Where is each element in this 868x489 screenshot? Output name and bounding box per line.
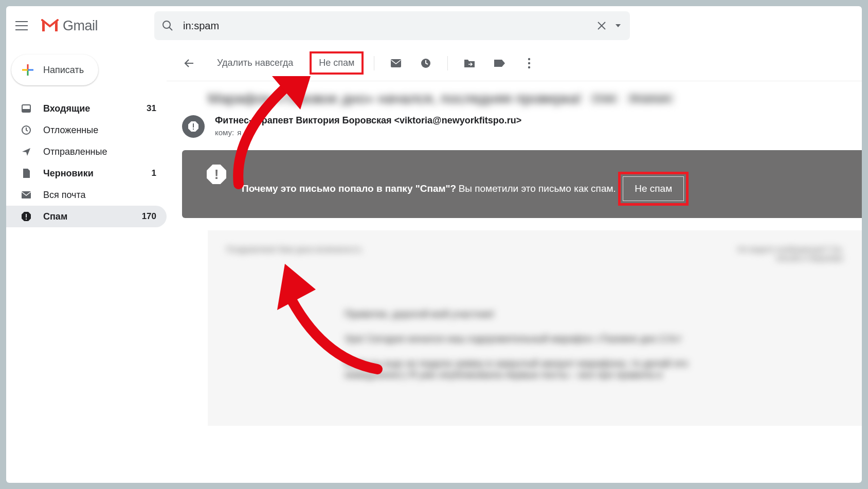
spam-icon — [21, 211, 32, 222]
nav-list: Входящие 31 Отложенные Отправленные Черн… — [6, 98, 167, 227]
sidebar-item-sent[interactable]: Отправленные — [6, 141, 167, 162]
toolbar: Удалить навсегда Не спам — [167, 45, 862, 81]
to-value: я — [237, 128, 241, 137]
subject-text: Марафон «Тазовое дно» начался, последняя… — [208, 90, 582, 107]
more-icon[interactable] — [518, 52, 540, 75]
banner-subtitle: Вы пометили это письмо как спам. — [459, 183, 616, 194]
clock-icon — [21, 125, 32, 135]
svg-rect-21 — [193, 123, 194, 128]
svg-rect-15 — [391, 59, 401, 67]
snooze-icon[interactable] — [414, 52, 437, 75]
sidebar-item-allmail[interactable]: Вся почта — [6, 184, 167, 206]
body-paragraph: Ура! Сегодня начался наш оздоровительный… — [345, 333, 725, 345]
recipient-line[interactable]: кому: я — [215, 128, 521, 137]
sidebar-item-label: Вся почта — [43, 190, 86, 201]
sidebar-item-count: 1 — [152, 168, 156, 178]
separator — [374, 56, 374, 70]
svg-rect-22 — [193, 129, 194, 130]
clear-icon[interactable] — [596, 20, 607, 31]
mark-unread-icon[interactable] — [385, 52, 407, 75]
move-to-icon[interactable] — [458, 52, 481, 75]
app-window: Gmail Напис — [6, 6, 862, 483]
header: Gmail — [6, 6, 862, 45]
delete-forever-button[interactable]: Удалить навсегда — [208, 52, 302, 74]
banner-not-spam-button[interactable]: Не спам — [623, 176, 684, 201]
file-icon — [21, 168, 32, 178]
annotation-highlight: Не спам — [618, 172, 689, 206]
svg-line-1 — [169, 27, 172, 30]
sidebar-item-drafts[interactable]: Черновики 1 — [6, 162, 167, 184]
svg-rect-11 — [22, 191, 31, 198]
sender-row: Фитнес-терапевт Виктория Боровская <vikt… — [167, 111, 862, 141]
spam-banner: ! Почему это письмо попало в папку "Спам… — [182, 150, 862, 218]
sidebar-item-spam[interactable]: Спам 170 — [6, 206, 167, 227]
gmail-icon — [41, 19, 59, 32]
compose-button[interactable]: Написать — [11, 55, 98, 85]
body-paragraph: Приветик, дорогой мой участник! — [345, 309, 725, 320]
inbox-icon — [21, 103, 32, 114]
svg-point-18 — [528, 62, 530, 64]
body-paragraph: Если ты еще не подала заявку в закрытый … — [345, 358, 725, 381]
label-chip[interactable]: Входящие — [627, 93, 674, 104]
compose-label: Написать — [43, 65, 84, 76]
not-spam-button[interactable]: Не спам — [310, 51, 364, 75]
body-header-right-1: Не видите изображения? См. — [737, 245, 843, 253]
subject-row: Марафон «Тазовое дно» начался, последняя… — [167, 81, 862, 111]
avatar — [182, 115, 205, 138]
sender-text: Фитнес-терапевт Виктория Боровская <vikt… — [215, 115, 521, 126]
email-body: Поздравляем! Вам дана возможность Не вид… — [208, 230, 862, 426]
svg-point-19 — [528, 66, 530, 68]
sidebar-item-label: Спам — [43, 211, 67, 222]
plus-icon — [21, 63, 35, 77]
sidebar-item-inbox[interactable]: Входящие 31 — [6, 98, 167, 119]
search-options-icon[interactable] — [613, 21, 623, 30]
sidebar-item-count: 170 — [142, 211, 156, 222]
to-prefix: кому: — [215, 128, 234, 137]
brand-text: Gmail — [63, 18, 98, 34]
search-bar — [154, 11, 630, 40]
search-icon[interactable] — [161, 20, 174, 32]
body-header-left: Поздравляем! Вам дана возможность — [226, 245, 361, 262]
label-chip[interactable]: Спам — [590, 93, 619, 104]
svg-rect-9 — [22, 109, 30, 112]
back-icon[interactable] — [178, 52, 201, 75]
chevron-down-icon — [244, 131, 249, 135]
main-pane: Удалить навсегда Не спам Марафон «Тазово… — [167, 45, 862, 483]
svg-point-17 — [528, 58, 530, 60]
body-header-right-2: письмо в браузере — [776, 253, 843, 262]
send-icon — [21, 147, 32, 157]
separator — [447, 56, 448, 70]
logo[interactable]: Gmail — [41, 18, 98, 34]
banner-title: Почему это письмо попало в папку "Спам"? — [242, 183, 456, 194]
labels-icon[interactable] — [488, 52, 511, 75]
sidebar-item-label: Отправленные — [43, 147, 107, 157]
spam-icon — [188, 121, 199, 132]
warning-icon: ! — [207, 165, 226, 184]
mail-icon — [21, 191, 32, 199]
svg-point-0 — [163, 21, 170, 28]
sidebar-item-count: 31 — [147, 103, 156, 114]
sidebar-item-label: Входящие — [43, 103, 90, 114]
svg-rect-13 — [26, 214, 27, 218]
sidebar-item-snoozed[interactable]: Отложенные — [6, 119, 167, 141]
menu-icon[interactable] — [15, 21, 28, 30]
sidebar-item-label: Отложенные — [43, 125, 98, 136]
search-input[interactable] — [183, 20, 590, 32]
sidebar-item-label: Черновики — [43, 168, 94, 179]
sidebar: Написать Входящие 31 Отложенные Отправле… — [6, 45, 167, 483]
svg-rect-14 — [26, 219, 27, 220]
